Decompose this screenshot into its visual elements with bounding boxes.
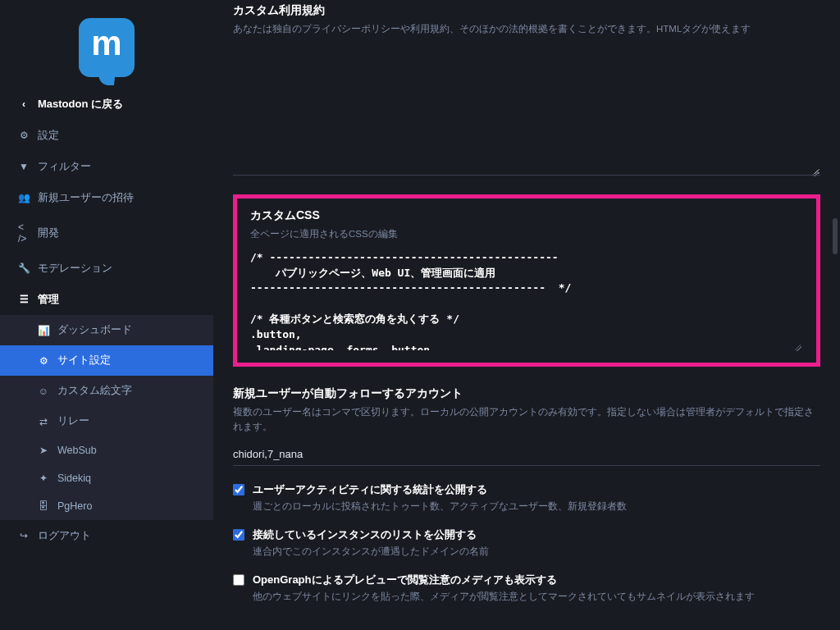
nav-dev[interactable]: <​/> 開発 — [0, 213, 213, 253]
sub-emoji-label: カスタム絵文字 — [57, 384, 132, 398]
diamond-icon: ✦ — [38, 472, 49, 484]
filter-icon: ▼ — [18, 161, 30, 172]
nav-moderation[interactable]: 🔧 モデレーション — [0, 253, 213, 284]
sliders-icon: ☰ — [18, 294, 30, 305]
sub-dashboard[interactable]: 📊 ダッシュボード — [0, 315, 213, 345]
checkbox-peers[interactable] — [233, 529, 244, 541]
logout-icon: ↪ — [18, 530, 30, 541]
checkbox-opengraph[interactable] — [233, 574, 244, 586]
checkbox-activity-sub: 週ごとのローカルに投稿されたトゥート数、アクティブなユーザー数、新規登録者数 — [253, 500, 627, 513]
nav-logout[interactable]: ↪ ログアウト — [0, 520, 213, 551]
exchange-icon: ⇄ — [38, 416, 49, 427]
custom-css-title: カスタムCSS — [250, 208, 803, 223]
sub-websub[interactable]: ➤ WebSub — [0, 436, 213, 464]
sub-pghero-label: PgHero — [57, 500, 92, 512]
sub-relay-label: リレー — [57, 414, 89, 428]
checkbox-peers-sub: 連合内でこのインスタンスが遭遇したドメインの名前 — [253, 546, 489, 558]
nav-filter-label: フィルター — [38, 159, 91, 174]
checkbox-opengraph-sub: 他のウェブサイトにリンクを貼った際、メディアが閲覧注意としてマークされていてもサ… — [253, 591, 755, 603]
custom-css-hint: 全ページに適用されるCSSの編集 — [250, 226, 803, 241]
custom-terms-title: カスタム利用規約 — [233, 3, 820, 18]
nav-back-label: Mastodon に戻る — [38, 97, 123, 112]
gear-icon: ⚙ — [18, 130, 30, 141]
autofollow-title: 新規ユーザーが自動フォローするアカウント — [233, 386, 820, 401]
checkbox-row-activity: ユーザーアクティビティに関する統計を公開する 週ごとのローカルに投稿されたトゥー… — [233, 482, 820, 513]
sub-websub-label: WebSub — [57, 445, 97, 456]
admin-submenu: 📊 ダッシュボード ⚙ サイト設定 ☺ カスタム絵文字 ⇄ リレー ➤ WebS… — [0, 315, 213, 520]
nav-dev-label: 開発 — [38, 226, 59, 240]
checkbox-activity-label: ユーザーアクティビティに関する統計を公開する — [253, 482, 627, 497]
nav-filter[interactable]: ▼ フィルター — [0, 151, 213, 182]
custom-css-section: カスタムCSS 全ページに適用されるCSSの編集 — [233, 194, 820, 366]
nav-invite-label: 新規ユーザーの招待 — [38, 190, 134, 205]
autofollow-hint: 複数のユーザー名はコンマで区切ります。ローカルの公開アカウントのみ有効です。指定… — [233, 404, 820, 435]
custom-terms-section: カスタム利用規約 あなたは独自のプライバシーポリシーや利用規約、そのほかの法的根… — [233, 3, 820, 178]
checkbox-peers-label: 接続しているインスタンスのリストを公開する — [253, 527, 489, 542]
sub-dashboard-label: ダッシュボード — [57, 323, 132, 337]
custom-css-textarea[interactable] — [250, 250, 803, 350]
sidebar: m ‹ Mastodon に戻る ⚙ 設定 ▼ フィルター 👥 新規ユーザーの招… — [0, 0, 213, 630]
sub-site-settings[interactable]: ⚙ サイト設定 — [0, 345, 213, 376]
nav-moderation-label: モデレーション — [38, 261, 112, 276]
database-icon: 🗄 — [38, 500, 49, 512]
nav-admin[interactable]: ☰ 管理 — [0, 284, 213, 315]
nav-back[interactable]: ‹ Mastodon に戻る — [0, 89, 213, 120]
send-icon: ➤ — [38, 445, 49, 456]
checkbox-opengraph-label: OpenGraphによるプレビューで閲覧注意のメディアも表示する — [253, 573, 755, 587]
checkbox-activity[interactable] — [233, 484, 244, 495]
autofollow-input[interactable] — [233, 443, 820, 466]
sub-pghero[interactable]: 🗄 PgHero — [0, 492, 213, 520]
autofollow-section: 新規ユーザーが自動フォローするアカウント 複数のユーザー名はコンマで区切ります。… — [233, 386, 820, 466]
nav-invite[interactable]: 👥 新規ユーザーの招待 — [0, 182, 213, 213]
code-icon: <​/> — [18, 221, 30, 244]
sub-emoji[interactable]: ☺ カスタム絵文字 — [0, 376, 213, 406]
cogs-icon: ⚙ — [38, 355, 49, 367]
checkbox-row-peers: 接続しているインスタンスのリストを公開する 連合内でこのインスタンスが遭遇したド… — [233, 527, 820, 558]
user-plus-icon: 👥 — [18, 192, 30, 203]
scrollbar-thumb[interactable] — [833, 218, 838, 254]
chevron-left-icon: ‹ — [18, 98, 30, 110]
nav-settings[interactable]: ⚙ 設定 — [0, 120, 213, 151]
custom-terms-textarea[interactable] — [233, 44, 820, 176]
dashboard-icon: 📊 — [38, 325, 49, 336]
sub-sidekiq-label: Sidekiq — [57, 472, 91, 484]
nav-logout-label: ログアウト — [38, 528, 91, 543]
custom-terms-hint: あなたは独自のプライバシーポリシーや利用規約、そのほかの法的根拠を書くことができ… — [233, 21, 820, 36]
nav-admin-label: 管理 — [38, 292, 59, 307]
sub-relay[interactable]: ⇄ リレー — [0, 406, 213, 436]
main-content: カスタム利用規約 あなたは独自のプライバシーポリシーや利用規約、そのほかの法的根… — [213, 0, 840, 630]
sub-site-label: サイト設定 — [57, 354, 111, 368]
smile-icon: ☺ — [38, 386, 49, 397]
sub-sidekiq[interactable]: ✦ Sidekiq — [0, 464, 213, 492]
logo: m — [0, 15, 213, 89]
checkbox-row-opengraph: OpenGraphによるプレビューで閲覧注意のメディアも表示する 他のウェブサイ… — [233, 573, 820, 603]
nav-settings-label: 設定 — [38, 128, 59, 143]
wrench-icon: 🔧 — [18, 262, 30, 274]
